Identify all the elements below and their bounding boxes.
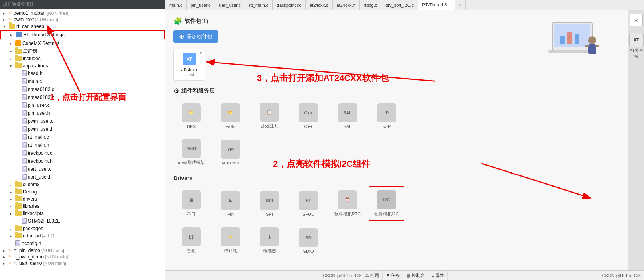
file-icon — [22, 110, 27, 117]
bottom-tab-problems[interactable]: ⚠ 问题 — [362, 271, 383, 280]
bottom-tab-console[interactable]: ▤ 控制台 — [403, 271, 428, 280]
tree-item-includes[interactable]: ▸Includes — [0, 55, 165, 62]
collapse-sidebar-button[interactable]: « — [630, 14, 643, 26]
git-repo-icon: ⑂ — [9, 260, 12, 266]
component-lwip[interactable]: IPlwIP — [369, 99, 404, 132]
tree-item-trackpoint.h[interactable]: trackpoint.h — [0, 157, 165, 165]
bottom-tab-properties[interactable]: ≡ 属性 — [428, 271, 448, 280]
driver-label-soft_i2c: 软件模拟I2C — [374, 211, 399, 217]
package-close-icon[interactable]: ✕ — [199, 50, 203, 56]
folder-icon — [15, 189, 22, 195]
tab-trackpoint_cc[interactable]: trackpoint.cc — [273, 0, 306, 10]
driver-rtc[interactable]: ⏰软件模拟RTC — [330, 186, 365, 221]
tree-item-head.h[interactable]: head.h — [0, 69, 165, 77]
at24cxx-package-card[interactable]: ✕ AT at24cxx latest — [173, 49, 205, 81]
folder-icon — [15, 196, 22, 202]
tree-item-pin_user.c[interactable]: pin_user.c — [0, 101, 165, 109]
tree-item-rtt_main.c[interactable]: rtt_main.c — [0, 133, 165, 141]
tree-item-rtconfig.h[interactable]: rtconfig.h — [0, 239, 165, 247]
tree-item-nmea0183.c[interactable]: nmea0183.c — [0, 85, 165, 93]
driver-sensor[interactable]: 🌡传感器 — [251, 224, 287, 257]
bottom-tab-tasks[interactable]: ⚑ 任务 — [383, 271, 403, 280]
bottom-tab-label: 属性 — [435, 272, 444, 278]
component-fatfs[interactable]: 📂Fatfs — [212, 99, 248, 132]
tree-item-cubemx[interactable]: ▸cubemx — [0, 181, 165, 188]
file-icon — [22, 217, 27, 225]
driver-sfud[interactable]: SFSFUD — [291, 186, 326, 221]
package-icon: AT — [183, 53, 196, 65]
add-package-button[interactable]: ⊕ 添加软件包 — [173, 30, 218, 43]
tree-item-pin_user.h[interactable]: pin_user.h — [0, 109, 165, 117]
components-header: ⚙ 组件和服务层 — [173, 87, 620, 95]
tree-item-packages[interactable]: ▸packages — [0, 225, 165, 232]
tab-rt_thread_s[interactable]: RT-Thread S... — [418, 0, 455, 10]
tree-item-rt_pwm_demo[interactable]: ▸⑂rt_pwm_demo [NUN main] — [0, 254, 165, 260]
tree-item-二进制[interactable]: ▸二进制 — [0, 47, 165, 55]
tree-arrow: ▾ — [10, 211, 15, 216]
tree-item-demo1_moban[interactable]: ▸⑂demo1_moban [NUN main] — [0, 10, 165, 16]
tree-arrow: ▸ — [10, 183, 15, 187]
tab-at24cxx_h[interactable]: at24cxx.h — [333, 0, 360, 10]
tree-item-trackpoint.c[interactable]: trackpoint.c — [0, 149, 165, 157]
tree-item-pwm_user.c[interactable]: pwm_user.c — [0, 117, 165, 125]
tree-item-pwm_text[interactable]: ▸⑂pwm_text [NUN main] — [0, 16, 165, 23]
tree-item-nmea0183.h[interactable]: nmea0183.h — [0, 93, 165, 101]
file-icon — [22, 94, 27, 101]
git-repo-icon: ⑂ — [9, 254, 12, 260]
tab-rtdbg_c[interactable]: rtdbg.c — [360, 0, 382, 10]
driver-sdio[interactable]: SDSDIO — [291, 224, 326, 257]
file-icon — [22, 70, 27, 77]
component-ymodem[interactable]: YMymodem — [212, 136, 248, 169]
file-icon — [22, 86, 27, 93]
tree-arrow: ▸ — [10, 190, 15, 194]
driver-lowpower[interactable]: ⚡低功耗 — [212, 224, 248, 257]
folder-icon — [15, 225, 22, 232]
add-package-label: 添加软件包 — [187, 33, 212, 40]
folder-icon — [9, 23, 15, 30]
driver-serial[interactable]: ▦串口 — [173, 186, 209, 221]
bottom-tab-label: 问题 — [370, 272, 379, 278]
tree-item-debug[interactable]: ▸Debug — [0, 188, 165, 195]
driver-pin[interactable]: ⊡Pin — [212, 186, 248, 221]
tab-main_c[interactable]: main.c — [165, 0, 187, 10]
component-utest[interactable]: TESTutest测试框架 — [173, 136, 209, 169]
at-client-sidebar-item[interactable]: AT AT客户端 — [628, 33, 644, 59]
tree-item-main.c[interactable]: main.c — [0, 77, 165, 85]
tree-item-label: Debug — [23, 189, 37, 195]
folder-icon — [15, 210, 22, 217]
driver-audio[interactable]: 🎧音频 — [173, 224, 209, 257]
component-dfs[interactable]: 📁DFS — [173, 99, 209, 132]
driver-soft_i2c[interactable]: I2C软件模拟I2C — [369, 186, 404, 221]
tree-item-rt-thread-settings[interactable]: ▸RT-Thread Settings — [0, 30, 165, 39]
tab-drv_soft_i2c[interactable]: drv_soft_I2C.c — [381, 0, 418, 10]
tree-item-label: rtt_main.h — [28, 142, 49, 148]
tree-item-linkscripts[interactable]: ▾linkscripts — [0, 210, 165, 217]
tree-item-cubemx-settings[interactable]: ▸CubeMX Settings — [0, 39, 165, 47]
tree-item-stm32f103ze[interactable]: STM32F103ZE — [0, 217, 165, 225]
tree-item-rt_car_sheep[interactable]: ▾rt_car_sheep — [0, 23, 165, 30]
tree-item-rt_uart_demo[interactable]: ▸⑂rt_uart_demo [NUN main] — [0, 260, 165, 266]
tree-item-pwm_user.h[interactable]: pwm_user.h — [0, 125, 165, 133]
tree-item-libraries[interactable]: ▸libraries — [0, 203, 165, 210]
file-icon — [22, 118, 27, 125]
tab-rtt_main_c[interactable]: rtt_main.c — [245, 0, 273, 10]
tree-item-drivers[interactable]: ▸drivers — [0, 195, 165, 203]
driver-spi[interactable]: SPISPI — [251, 186, 287, 221]
tab-pin_user_c[interactable]: pin_user.c — [187, 0, 215, 10]
tab-more[interactable]: » — [455, 0, 466, 10]
tab-uart_user_c[interactable]: uart_user.c — [215, 0, 245, 10]
tree-item-rt_pin_demo[interactable]: ▸⑂rt_pin_demo [NUN main] — [0, 247, 165, 254]
tab-at24cxx_c[interactable]: at24cxx.c — [306, 0, 332, 10]
tree-item-label: packages — [23, 226, 43, 231]
bottom-tab-icon: ⚠ — [365, 273, 369, 278]
component-ulog[interactable]: 📋ulog日志 — [251, 99, 287, 132]
tree-item-applications[interactable]: ▾applications — [0, 62, 165, 69]
tree-item-uart_user.h[interactable]: uart_user.h — [0, 173, 165, 181]
component-icon-ulog: 📋 — [260, 103, 279, 122]
tree-item-uart_user.c[interactable]: uart_user.c — [0, 165, 165, 173]
tree-item-rtt_main.h[interactable]: rtt_main.h — [0, 141, 165, 149]
component-sal[interactable]: SALSAL — [330, 99, 365, 132]
svg-point-6 — [588, 36, 596, 44]
tree-item-rt-thread[interactable]: ▸rt-thread [4.1.1] — [0, 232, 165, 239]
component-cpp[interactable]: C++C++ — [291, 99, 326, 132]
